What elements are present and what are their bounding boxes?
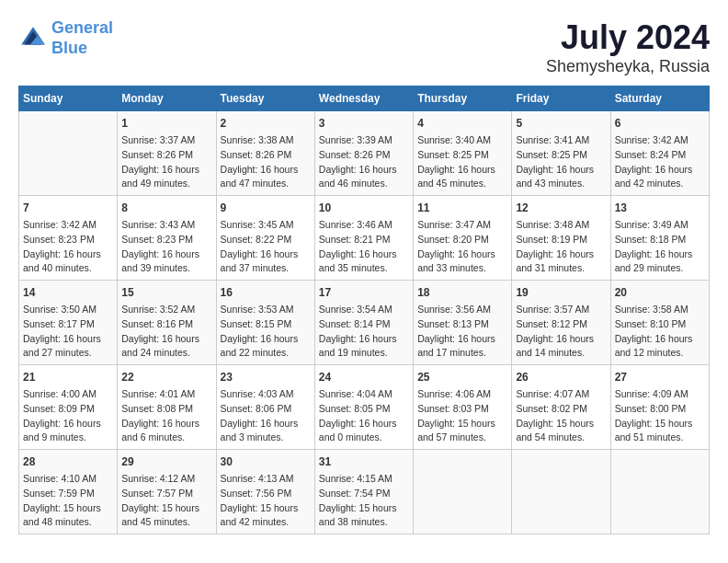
calendar-cell: 29Sunrise: 4:12 AM Sunset: 7:57 PM Dayli… — [118, 450, 216, 534]
day-number: 22 — [121, 369, 211, 385]
calendar-cell: 3Sunrise: 3:39 AM Sunset: 8:26 PM Daylig… — [314, 111, 413, 196]
day-number: 6 — [615, 115, 705, 132]
cell-content: Sunrise: 3:45 AM Sunset: 8:22 PM Dayligh… — [221, 218, 311, 276]
cell-content: Sunrise: 3:39 AM Sunset: 8:26 PM Dayligh… — [319, 133, 409, 191]
cell-content: Sunrise: 4:13 AM Sunset: 7:56 PM Dayligh… — [221, 472, 311, 530]
cell-content: Sunrise: 4:12 AM Sunset: 7:57 PM Dayligh… — [121, 472, 211, 530]
cell-content: Sunrise: 3:53 AM Sunset: 8:15 PM Dayligh… — [221, 303, 311, 361]
calendar-week-3: 14Sunrise: 3:50 AM Sunset: 8:17 PM Dayli… — [19, 281, 710, 365]
day-number: 23 — [221, 369, 311, 385]
header-row: SundayMondayTuesdayWednesdayThursdayFrid… — [19, 86, 710, 111]
header-cell-friday: Friday — [512, 86, 610, 111]
day-number: 7 — [23, 200, 113, 216]
cell-content: Sunrise: 3:56 AM Sunset: 8:13 PM Dayligh… — [417, 303, 507, 361]
logo-line1: General — [51, 18, 113, 37]
calendar-cell: 14Sunrise: 3:50 AM Sunset: 8:17 PM Dayli… — [19, 281, 118, 365]
cell-content: Sunrise: 4:15 AM Sunset: 7:54 PM Dayligh… — [319, 472, 409, 530]
calendar-cell: 24Sunrise: 4:04 AM Sunset: 8:05 PM Dayli… — [314, 365, 413, 450]
calendar-cell: 9Sunrise: 3:45 AM Sunset: 8:22 PM Daylig… — [216, 196, 314, 281]
calendar-cell: 25Sunrise: 4:06 AM Sunset: 8:03 PM Dayli… — [414, 365, 512, 450]
cell-content: Sunrise: 4:04 AM Sunset: 8:05 PM Dayligh… — [319, 387, 409, 445]
day-number: 26 — [516, 369, 606, 385]
cell-content: Sunrise: 4:09 AM Sunset: 8:00 PM Dayligh… — [615, 387, 705, 445]
day-number: 16 — [221, 284, 311, 301]
calendar-cell: 2Sunrise: 3:38 AM Sunset: 8:26 PM Daylig… — [216, 111, 314, 196]
calendar-cell — [512, 450, 610, 534]
calendar-cell: 19Sunrise: 3:57 AM Sunset: 8:12 PM Dayli… — [512, 281, 610, 365]
cell-content: Sunrise: 3:46 AM Sunset: 8:21 PM Dayligh… — [319, 218, 409, 276]
calendar-cell: 23Sunrise: 4:03 AM Sunset: 8:06 PM Dayli… — [216, 365, 314, 450]
day-number: 12 — [516, 200, 606, 216]
calendar-table: SundayMondayTuesdayWednesdayThursdayFrid… — [18, 86, 710, 534]
calendar-cell — [414, 450, 512, 534]
header-cell-sunday: Sunday — [19, 86, 118, 111]
cell-content: Sunrise: 4:10 AM Sunset: 7:59 PM Dayligh… — [23, 472, 113, 530]
day-number: 25 — [417, 369, 507, 385]
calendar-cell: 20Sunrise: 3:58 AM Sunset: 8:10 PM Dayli… — [610, 281, 709, 365]
cell-content: Sunrise: 3:52 AM Sunset: 8:16 PM Dayligh… — [121, 303, 211, 361]
cell-content: Sunrise: 4:01 AM Sunset: 8:08 PM Dayligh… — [121, 387, 211, 445]
cell-content: Sunrise: 4:00 AM Sunset: 8:09 PM Dayligh… — [23, 387, 113, 445]
calendar-cell: 6Sunrise: 3:42 AM Sunset: 8:24 PM Daylig… — [610, 111, 709, 196]
logo-icon — [18, 24, 48, 53]
calendar-cell — [19, 111, 118, 196]
calendar-cell: 26Sunrise: 4:07 AM Sunset: 8:02 PM Dayli… — [512, 365, 610, 450]
cell-content: Sunrise: 3:40 AM Sunset: 8:25 PM Dayligh… — [417, 133, 507, 191]
cell-content: Sunrise: 3:41 AM Sunset: 8:25 PM Dayligh… — [516, 133, 606, 191]
cell-content: Sunrise: 3:47 AM Sunset: 8:20 PM Dayligh… — [417, 218, 507, 276]
cell-content: Sunrise: 3:57 AM Sunset: 8:12 PM Dayligh… — [516, 303, 606, 361]
cell-content: Sunrise: 3:42 AM Sunset: 8:24 PM Dayligh… — [615, 133, 705, 191]
calendar-cell: 16Sunrise: 3:53 AM Sunset: 8:15 PM Dayli… — [216, 281, 314, 365]
header-cell-thursday: Thursday — [414, 86, 512, 111]
day-number: 3 — [319, 115, 409, 132]
header-cell-wednesday: Wednesday — [314, 86, 413, 111]
calendar-cell: 1Sunrise: 3:37 AM Sunset: 8:26 PM Daylig… — [118, 111, 216, 196]
day-number: 17 — [319, 284, 409, 301]
calendar-cell: 7Sunrise: 3:42 AM Sunset: 8:23 PM Daylig… — [19, 196, 118, 281]
day-number: 18 — [417, 284, 507, 301]
logo-line2: Blue — [51, 39, 87, 57]
day-number: 9 — [221, 200, 311, 216]
header-cell-monday: Monday — [118, 86, 216, 111]
day-number: 10 — [319, 200, 409, 216]
cell-content: Sunrise: 3:50 AM Sunset: 8:17 PM Dayligh… — [23, 303, 113, 361]
day-number: 1 — [121, 115, 211, 132]
calendar-cell: 22Sunrise: 4:01 AM Sunset: 8:08 PM Dayli… — [118, 365, 216, 450]
cell-content: Sunrise: 3:37 AM Sunset: 8:26 PM Dayligh… — [121, 133, 211, 191]
calendar-cell: 27Sunrise: 4:09 AM Sunset: 8:00 PM Dayli… — [610, 365, 709, 450]
cell-content: Sunrise: 3:42 AM Sunset: 8:23 PM Dayligh… — [23, 218, 113, 276]
day-number: 28 — [23, 454, 113, 470]
calendar-cell: 8Sunrise: 3:43 AM Sunset: 8:23 PM Daylig… — [118, 196, 216, 281]
day-number: 19 — [516, 284, 606, 301]
location-title: Shemysheyka, Russia — [546, 57, 710, 76]
day-number: 4 — [417, 115, 507, 132]
day-number: 14 — [23, 284, 113, 301]
calendar-body: 1Sunrise: 3:37 AM Sunset: 8:26 PM Daylig… — [19, 111, 710, 534]
day-number: 15 — [121, 284, 211, 301]
header-cell-saturday: Saturday — [610, 86, 709, 111]
calendar-cell: 28Sunrise: 4:10 AM Sunset: 7:59 PM Dayli… — [19, 450, 118, 534]
day-number: 21 — [23, 369, 113, 385]
calendar-cell: 17Sunrise: 3:54 AM Sunset: 8:14 PM Dayli… — [314, 281, 413, 365]
calendar-week-5: 28Sunrise: 4:10 AM Sunset: 7:59 PM Dayli… — [19, 450, 710, 534]
day-number: 20 — [615, 284, 705, 301]
cell-content: Sunrise: 4:07 AM Sunset: 8:02 PM Dayligh… — [516, 387, 606, 445]
day-number: 13 — [615, 200, 705, 216]
calendar-header: SundayMondayTuesdayWednesdayThursdayFrid… — [19, 86, 710, 111]
cell-content: Sunrise: 3:38 AM Sunset: 8:26 PM Dayligh… — [221, 133, 311, 191]
calendar-cell: 31Sunrise: 4:15 AM Sunset: 7:54 PM Dayli… — [314, 450, 413, 534]
day-number: 27 — [615, 369, 705, 385]
logo-text: General Blue — [51, 18, 113, 58]
header-cell-tuesday: Tuesday — [216, 86, 314, 111]
day-number: 5 — [516, 115, 606, 132]
cell-content: Sunrise: 3:49 AM Sunset: 8:18 PM Dayligh… — [615, 218, 705, 276]
calendar-cell: 4Sunrise: 3:40 AM Sunset: 8:25 PM Daylig… — [414, 111, 512, 196]
calendar-week-1: 1Sunrise: 3:37 AM Sunset: 8:26 PM Daylig… — [19, 111, 710, 196]
calendar-week-4: 21Sunrise: 4:00 AM Sunset: 8:09 PM Dayli… — [19, 365, 710, 450]
cell-content: Sunrise: 3:48 AM Sunset: 8:19 PM Dayligh… — [516, 218, 606, 276]
cell-content: Sunrise: 3:43 AM Sunset: 8:23 PM Dayligh… — [121, 218, 211, 276]
calendar-cell: 18Sunrise: 3:56 AM Sunset: 8:13 PM Dayli… — [414, 281, 512, 365]
cell-content: Sunrise: 4:03 AM Sunset: 8:06 PM Dayligh… — [221, 387, 311, 445]
day-number: 30 — [221, 454, 311, 470]
day-number: 2 — [221, 115, 311, 132]
